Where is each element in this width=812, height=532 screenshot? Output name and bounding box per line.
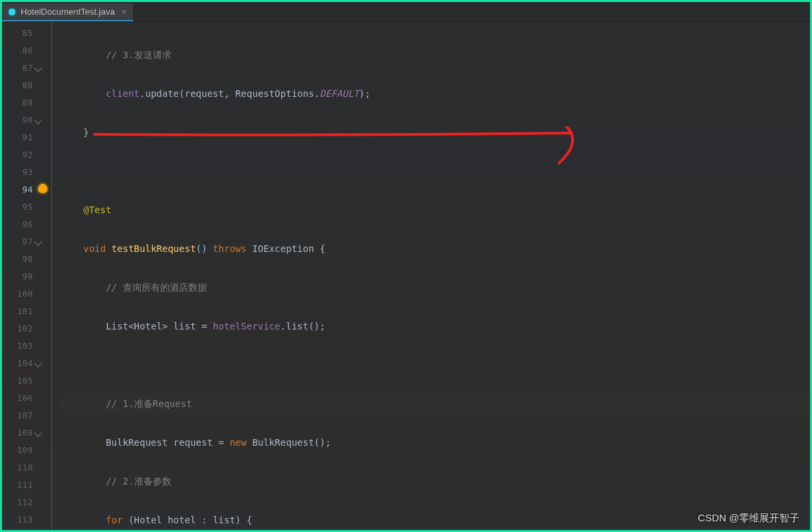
line-number: 108 xyxy=(2,424,51,442)
line-number: 92 xyxy=(2,146,51,164)
tab-filename: HotelDocumentTest.java xyxy=(21,7,115,17)
line-number: 90 xyxy=(2,112,51,129)
line-number: 100 xyxy=(2,285,51,303)
line-number-gutter: 8586878889909192939495969798991001011021… xyxy=(2,22,51,530)
line-number: 104 xyxy=(2,355,51,372)
line-number: 101 xyxy=(2,303,51,320)
line-number: 93 xyxy=(2,164,51,181)
line-number: 89 xyxy=(2,94,51,112)
fold-handle-icon[interactable] xyxy=(34,116,41,124)
java-class-icon xyxy=(7,7,17,17)
line-number: 98 xyxy=(2,251,51,268)
line-number: 87 xyxy=(2,59,51,77)
fold-handle-icon[interactable] xyxy=(34,360,41,367)
line-number: 85 xyxy=(2,25,51,42)
fold-column xyxy=(51,22,61,530)
line-number: 110 xyxy=(2,459,51,477)
line-number: 95 xyxy=(2,198,51,216)
fold-handle-icon[interactable] xyxy=(34,64,41,72)
line-number: 91 xyxy=(2,129,51,146)
editor: 8586878889909192939495969798991001011021… xyxy=(2,22,810,530)
intention-bulb-icon[interactable] xyxy=(38,184,47,193)
line-number: 102 xyxy=(2,320,51,338)
line-number: 107 xyxy=(2,407,51,424)
fold-handle-icon[interactable] xyxy=(34,238,41,245)
line-number: 96 xyxy=(2,216,51,233)
line-number: 105 xyxy=(2,372,51,390)
line-number: 86 xyxy=(2,42,51,59)
close-icon[interactable]: × xyxy=(122,7,126,17)
line-number: 109 xyxy=(2,442,51,459)
line-number: 106 xyxy=(2,390,51,407)
code-area[interactable]: // 3.发送请求 client.update(request, Request… xyxy=(61,22,810,530)
line-number: 99 xyxy=(2,268,51,285)
line-number: 113 xyxy=(2,511,51,529)
line-number: 112 xyxy=(2,494,51,511)
watermark: CSDN @零维展开智子 xyxy=(698,512,799,525)
file-tab[interactable]: HotelDocumentTest.java × xyxy=(2,3,134,21)
line-number: 111 xyxy=(2,477,51,494)
line-number: 103 xyxy=(2,338,51,355)
line-number: 88 xyxy=(2,77,51,94)
line-number: 97 xyxy=(2,233,51,251)
tab-bar: HotelDocumentTest.java × xyxy=(2,2,810,22)
fold-handle-icon[interactable] xyxy=(34,429,41,436)
line-number: 94 xyxy=(2,181,51,198)
